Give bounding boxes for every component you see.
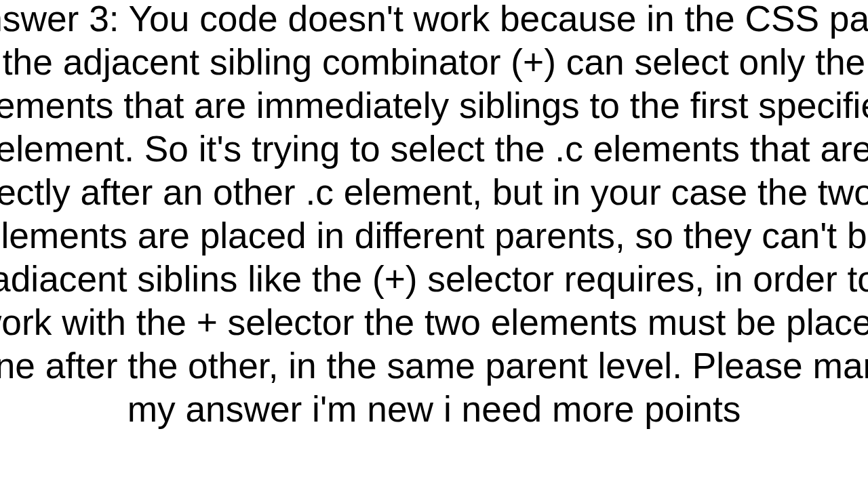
answer-body-text: Answer 3: You code doesn't work because … bbox=[0, 0, 868, 431]
